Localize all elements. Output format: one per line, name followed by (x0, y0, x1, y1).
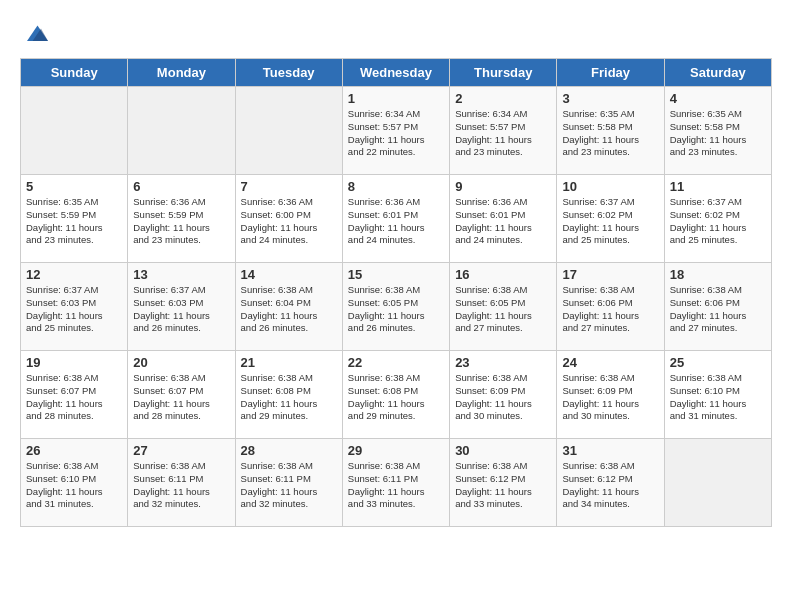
cell-info: Sunrise: 6:38 AM Sunset: 6:11 PM Dayligh… (241, 460, 337, 511)
page-header (20, 20, 772, 48)
calendar-cell: 2Sunrise: 6:34 AM Sunset: 5:57 PM Daylig… (450, 87, 557, 175)
day-number: 30 (455, 443, 551, 458)
cell-info: Sunrise: 6:38 AM Sunset: 6:09 PM Dayligh… (562, 372, 658, 423)
calendar-cell: 17Sunrise: 6:38 AM Sunset: 6:06 PM Dayli… (557, 263, 664, 351)
day-number: 22 (348, 355, 444, 370)
calendar-cell: 8Sunrise: 6:36 AM Sunset: 6:01 PM Daylig… (342, 175, 449, 263)
day-number: 27 (133, 443, 229, 458)
header-day-saturday: Saturday (664, 59, 771, 87)
day-number: 8 (348, 179, 444, 194)
calendar-cell: 5Sunrise: 6:35 AM Sunset: 5:59 PM Daylig… (21, 175, 128, 263)
day-number: 5 (26, 179, 122, 194)
cell-info: Sunrise: 6:36 AM Sunset: 6:01 PM Dayligh… (455, 196, 551, 247)
cell-info: Sunrise: 6:38 AM Sunset: 6:04 PM Dayligh… (241, 284, 337, 335)
cell-info: Sunrise: 6:37 AM Sunset: 6:02 PM Dayligh… (562, 196, 658, 247)
day-number: 2 (455, 91, 551, 106)
calendar-cell: 4Sunrise: 6:35 AM Sunset: 5:58 PM Daylig… (664, 87, 771, 175)
calendar-cell (664, 439, 771, 527)
day-number: 13 (133, 267, 229, 282)
cell-info: Sunrise: 6:38 AM Sunset: 6:08 PM Dayligh… (348, 372, 444, 423)
calendar-cell (21, 87, 128, 175)
day-number: 11 (670, 179, 766, 194)
day-number: 21 (241, 355, 337, 370)
calendar-cell: 28Sunrise: 6:38 AM Sunset: 6:11 PM Dayli… (235, 439, 342, 527)
cell-info: Sunrise: 6:34 AM Sunset: 5:57 PM Dayligh… (348, 108, 444, 159)
calendar-table: SundayMondayTuesdayWednesdayThursdayFrid… (20, 58, 772, 527)
header-day-tuesday: Tuesday (235, 59, 342, 87)
day-number: 19 (26, 355, 122, 370)
cell-info: Sunrise: 6:38 AM Sunset: 6:10 PM Dayligh… (670, 372, 766, 423)
cell-info: Sunrise: 6:34 AM Sunset: 5:57 PM Dayligh… (455, 108, 551, 159)
day-number: 12 (26, 267, 122, 282)
calendar-cell (235, 87, 342, 175)
cell-info: Sunrise: 6:36 AM Sunset: 6:00 PM Dayligh… (241, 196, 337, 247)
cell-info: Sunrise: 6:37 AM Sunset: 6:03 PM Dayligh… (26, 284, 122, 335)
day-number: 16 (455, 267, 551, 282)
calendar-cell: 14Sunrise: 6:38 AM Sunset: 6:04 PM Dayli… (235, 263, 342, 351)
day-number: 1 (348, 91, 444, 106)
day-number: 15 (348, 267, 444, 282)
day-number: 23 (455, 355, 551, 370)
logo-icon (20, 20, 48, 48)
header-row: SundayMondayTuesdayWednesdayThursdayFrid… (21, 59, 772, 87)
cell-info: Sunrise: 6:35 AM Sunset: 5:59 PM Dayligh… (26, 196, 122, 247)
day-number: 28 (241, 443, 337, 458)
day-number: 14 (241, 267, 337, 282)
calendar-cell: 3Sunrise: 6:35 AM Sunset: 5:58 PM Daylig… (557, 87, 664, 175)
header-day-thursday: Thursday (450, 59, 557, 87)
calendar-cell: 26Sunrise: 6:38 AM Sunset: 6:10 PM Dayli… (21, 439, 128, 527)
calendar-cell: 15Sunrise: 6:38 AM Sunset: 6:05 PM Dayli… (342, 263, 449, 351)
cell-info: Sunrise: 6:38 AM Sunset: 6:09 PM Dayligh… (455, 372, 551, 423)
week-row-4: 19Sunrise: 6:38 AM Sunset: 6:07 PM Dayli… (21, 351, 772, 439)
calendar-cell: 9Sunrise: 6:36 AM Sunset: 6:01 PM Daylig… (450, 175, 557, 263)
calendar-cell: 10Sunrise: 6:37 AM Sunset: 6:02 PM Dayli… (557, 175, 664, 263)
calendar-cell: 20Sunrise: 6:38 AM Sunset: 6:07 PM Dayli… (128, 351, 235, 439)
day-number: 3 (562, 91, 658, 106)
day-number: 25 (670, 355, 766, 370)
calendar-cell: 29Sunrise: 6:38 AM Sunset: 6:11 PM Dayli… (342, 439, 449, 527)
cell-info: Sunrise: 6:38 AM Sunset: 6:06 PM Dayligh… (670, 284, 766, 335)
calendar-cell: 12Sunrise: 6:37 AM Sunset: 6:03 PM Dayli… (21, 263, 128, 351)
day-number: 4 (670, 91, 766, 106)
cell-info: Sunrise: 6:38 AM Sunset: 6:10 PM Dayligh… (26, 460, 122, 511)
calendar-cell: 18Sunrise: 6:38 AM Sunset: 6:06 PM Dayli… (664, 263, 771, 351)
cell-info: Sunrise: 6:37 AM Sunset: 6:02 PM Dayligh… (670, 196, 766, 247)
cell-info: Sunrise: 6:38 AM Sunset: 6:07 PM Dayligh… (133, 372, 229, 423)
calendar-cell: 13Sunrise: 6:37 AM Sunset: 6:03 PM Dayli… (128, 263, 235, 351)
calendar-cell: 22Sunrise: 6:38 AM Sunset: 6:08 PM Dayli… (342, 351, 449, 439)
cell-info: Sunrise: 6:35 AM Sunset: 5:58 PM Dayligh… (562, 108, 658, 159)
week-row-3: 12Sunrise: 6:37 AM Sunset: 6:03 PM Dayli… (21, 263, 772, 351)
day-number: 6 (133, 179, 229, 194)
calendar-cell: 23Sunrise: 6:38 AM Sunset: 6:09 PM Dayli… (450, 351, 557, 439)
day-number: 18 (670, 267, 766, 282)
calendar-cell: 21Sunrise: 6:38 AM Sunset: 6:08 PM Dayli… (235, 351, 342, 439)
calendar-cell: 19Sunrise: 6:38 AM Sunset: 6:07 PM Dayli… (21, 351, 128, 439)
calendar-cell: 6Sunrise: 6:36 AM Sunset: 5:59 PM Daylig… (128, 175, 235, 263)
header-day-friday: Friday (557, 59, 664, 87)
logo (20, 20, 54, 48)
week-row-2: 5Sunrise: 6:35 AM Sunset: 5:59 PM Daylig… (21, 175, 772, 263)
calendar-cell: 1Sunrise: 6:34 AM Sunset: 5:57 PM Daylig… (342, 87, 449, 175)
calendar-body: 1Sunrise: 6:34 AM Sunset: 5:57 PM Daylig… (21, 87, 772, 527)
day-number: 17 (562, 267, 658, 282)
day-number: 20 (133, 355, 229, 370)
calendar-cell: 25Sunrise: 6:38 AM Sunset: 6:10 PM Dayli… (664, 351, 771, 439)
cell-info: Sunrise: 6:37 AM Sunset: 6:03 PM Dayligh… (133, 284, 229, 335)
header-day-monday: Monday (128, 59, 235, 87)
calendar-cell: 7Sunrise: 6:36 AM Sunset: 6:00 PM Daylig… (235, 175, 342, 263)
day-number: 9 (455, 179, 551, 194)
cell-info: Sunrise: 6:38 AM Sunset: 6:07 PM Dayligh… (26, 372, 122, 423)
calendar-header: SundayMondayTuesdayWednesdayThursdayFrid… (21, 59, 772, 87)
calendar-cell: 31Sunrise: 6:38 AM Sunset: 6:12 PM Dayli… (557, 439, 664, 527)
calendar-cell: 11Sunrise: 6:37 AM Sunset: 6:02 PM Dayli… (664, 175, 771, 263)
cell-info: Sunrise: 6:38 AM Sunset: 6:08 PM Dayligh… (241, 372, 337, 423)
header-day-sunday: Sunday (21, 59, 128, 87)
day-number: 24 (562, 355, 658, 370)
day-number: 10 (562, 179, 658, 194)
calendar-cell: 30Sunrise: 6:38 AM Sunset: 6:12 PM Dayli… (450, 439, 557, 527)
week-row-1: 1Sunrise: 6:34 AM Sunset: 5:57 PM Daylig… (21, 87, 772, 175)
calendar-cell (128, 87, 235, 175)
week-row-5: 26Sunrise: 6:38 AM Sunset: 6:10 PM Dayli… (21, 439, 772, 527)
cell-info: Sunrise: 6:38 AM Sunset: 6:05 PM Dayligh… (455, 284, 551, 335)
cell-info: Sunrise: 6:38 AM Sunset: 6:12 PM Dayligh… (455, 460, 551, 511)
